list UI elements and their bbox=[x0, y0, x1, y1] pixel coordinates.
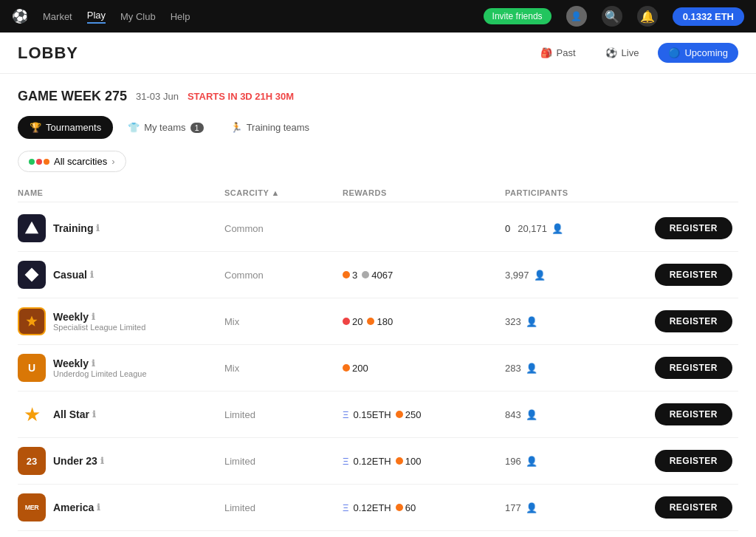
info-icon[interactable]: ℹ bbox=[92, 312, 95, 322]
avatar[interactable]: 👤 bbox=[566, 6, 587, 27]
action-cell: REGISTER bbox=[653, 217, 738, 239]
upcoming-icon: 🔵 bbox=[668, 47, 680, 58]
table-row: Casual ℹ Common 3 4067 3,997 👤 REGISTER bbox=[18, 252, 738, 298]
register-button[interactable]: REGISTER bbox=[655, 403, 732, 425]
scarcity-filter-icon bbox=[29, 159, 49, 165]
eth-balance-button[interactable]: 0.1332 ETH bbox=[673, 7, 744, 26]
tournament-tabs: 🏆 Tournaments 👕 My teams 1 🏃 Training te… bbox=[18, 116, 738, 139]
participants-icon: 👤 bbox=[534, 270, 546, 281]
page-title: LOBBY bbox=[18, 44, 78, 63]
svg-marker-0 bbox=[25, 222, 38, 234]
notifications-button[interactable]: 🔔 bbox=[637, 6, 658, 27]
reward-coin: 60 bbox=[396, 502, 416, 513]
tab-tournaments[interactable]: 🏆 Tournaments bbox=[18, 116, 113, 139]
scarcity-cell: Common bbox=[224, 270, 343, 281]
scarcity-filter-button[interactable]: All scarcities › bbox=[18, 151, 126, 172]
tournament-title: Under 23 ℹ bbox=[53, 455, 104, 467]
scarcity-cell: Limited bbox=[224, 409, 343, 420]
nav-help[interactable]: Help bbox=[171, 11, 190, 22]
nav-play[interactable]: Play bbox=[87, 10, 106, 24]
action-cell: REGISTER bbox=[653, 403, 738, 425]
register-button[interactable]: REGISTER bbox=[655, 217, 732, 239]
info-icon[interactable]: ℹ bbox=[100, 456, 104, 466]
rewards-cell: 200 bbox=[343, 363, 505, 374]
register-button[interactable]: REGISTER bbox=[655, 310, 732, 332]
info-icon[interactable]: ℹ bbox=[96, 223, 100, 233]
info-icon[interactable]: ℹ bbox=[97, 502, 100, 513]
tournaments-icon: 🏆 bbox=[30, 122, 41, 133]
tournaments-label: Tournaments bbox=[46, 122, 101, 133]
participants-icon: 👤 bbox=[526, 409, 537, 420]
orange-dot-icon bbox=[343, 364, 350, 372]
weekly-specialist-icon bbox=[18, 307, 46, 335]
table-row: ★ All Star ℹ Limited Ξ 0.15ETH 250 843 👤… bbox=[18, 391, 738, 438]
page-header: LOBBY 🎒 Past ⚽ Live 🔵 Upcoming bbox=[0, 33, 756, 74]
tournament-text: Under 23 ℹ bbox=[53, 455, 104, 467]
tournament-text: America ℹ bbox=[53, 502, 100, 513]
game-week-title: GAME WEEK 275 bbox=[18, 89, 127, 104]
reward-coin: 100 bbox=[396, 456, 422, 467]
register-button[interactable]: REGISTER bbox=[655, 357, 732, 379]
col-participants: PARTICIPANTS bbox=[505, 188, 653, 197]
game-week-row: GAME WEEK 275 31-03 Jun STARTS IN 3D 21H… bbox=[18, 89, 738, 104]
table-row: Weekly ℹ Specialist League Limited Mix 2… bbox=[18, 298, 738, 345]
scarcity-cell: Limited bbox=[224, 502, 343, 513]
tournament-title: America ℹ bbox=[53, 502, 100, 513]
content-area: GAME WEEK 275 31-03 Jun STARTS IN 3D 21H… bbox=[0, 74, 756, 537]
participants-cell: 3,997 👤 bbox=[505, 270, 653, 281]
nav-market[interactable]: Market bbox=[43, 11, 72, 22]
tournament-text: Weekly ℹ Specialist League Limited bbox=[53, 311, 145, 332]
tournament-name-cell: 23 Under 23 ℹ bbox=[18, 447, 224, 475]
col-name: NAME bbox=[18, 188, 224, 197]
training-icon bbox=[18, 214, 46, 242]
register-button[interactable]: REGISTER bbox=[655, 496, 732, 519]
tab-past[interactable]: 🎒 Past bbox=[530, 43, 586, 63]
rewards-cell: Ξ 0.15ETH 250 bbox=[343, 409, 505, 420]
tab-my-teams[interactable]: 👕 My teams 1 bbox=[116, 116, 215, 139]
scarcity-cell: Common bbox=[224, 223, 343, 234]
my-teams-badge: 1 bbox=[190, 123, 204, 133]
register-button[interactable]: REGISTER bbox=[655, 450, 732, 472]
action-cell: REGISTER bbox=[653, 450, 738, 472]
tab-upcoming[interactable]: 🔵 Upcoming bbox=[658, 43, 738, 63]
tab-live[interactable]: ⚽ Live bbox=[595, 43, 650, 63]
scarcity-cell: Limited bbox=[224, 456, 343, 467]
invite-friends-button[interactable]: Invite friends bbox=[484, 8, 551, 24]
logo-icon: ⚽ bbox=[12, 8, 28, 24]
register-button[interactable]: REGISTER bbox=[655, 264, 732, 286]
casual-icon bbox=[18, 261, 46, 289]
tab-training-teams[interactable]: 🏃 Training teams bbox=[219, 116, 322, 139]
reward-coin: 200 bbox=[343, 363, 368, 374]
tab-past-label: Past bbox=[557, 47, 576, 58]
navbar: ⚽ Market Play My Club Help Invite friend… bbox=[0, 0, 756, 33]
info-icon[interactable]: ℹ bbox=[92, 358, 95, 369]
tournament-text: Training ℹ bbox=[53, 222, 100, 234]
participants-cell: 283 👤 bbox=[505, 363, 653, 374]
tournament-title: Casual ℹ bbox=[53, 269, 94, 281]
rewards-cell: 3 4067 bbox=[343, 270, 505, 281]
scarcity-filter-label: All scarcities bbox=[54, 156, 107, 167]
col-scarcity: SCARCITY ▲ bbox=[224, 188, 343, 197]
tab-upcoming-label: Upcoming bbox=[684, 47, 728, 58]
action-cell: REGISTER bbox=[653, 264, 738, 286]
training-teams-icon: 🏃 bbox=[230, 122, 242, 133]
participants-cell: 0 20,171 👤 bbox=[505, 223, 653, 234]
my-teams-icon: 👕 bbox=[128, 122, 140, 133]
scarcity-cell: Mix bbox=[224, 316, 343, 327]
info-icon[interactable]: ℹ bbox=[90, 270, 94, 280]
participants-cell: 196 👤 bbox=[505, 456, 653, 467]
nav-myclub[interactable]: My Club bbox=[120, 11, 156, 22]
tournament-name-cell: MER America ℹ bbox=[18, 493, 224, 521]
action-cell: REGISTER bbox=[653, 357, 738, 379]
tournament-title: Weekly ℹ bbox=[53, 358, 147, 369]
past-icon: 🎒 bbox=[540, 47, 552, 58]
search-button[interactable]: 🔍 bbox=[602, 6, 622, 27]
filter-row: All scarcities › bbox=[18, 151, 738, 172]
info-icon[interactable]: ℹ bbox=[92, 409, 96, 420]
tournament-text: Casual ℹ bbox=[53, 269, 94, 281]
participants-icon: 👤 bbox=[526, 456, 537, 467]
table-row: Training ℹ Common 0 20,171 👤 REGISTER bbox=[18, 205, 738, 252]
participants-icon: 👤 bbox=[526, 316, 537, 327]
tournament-title: Training ℹ bbox=[53, 222, 100, 234]
participants-cell: 323 👤 bbox=[505, 316, 653, 327]
